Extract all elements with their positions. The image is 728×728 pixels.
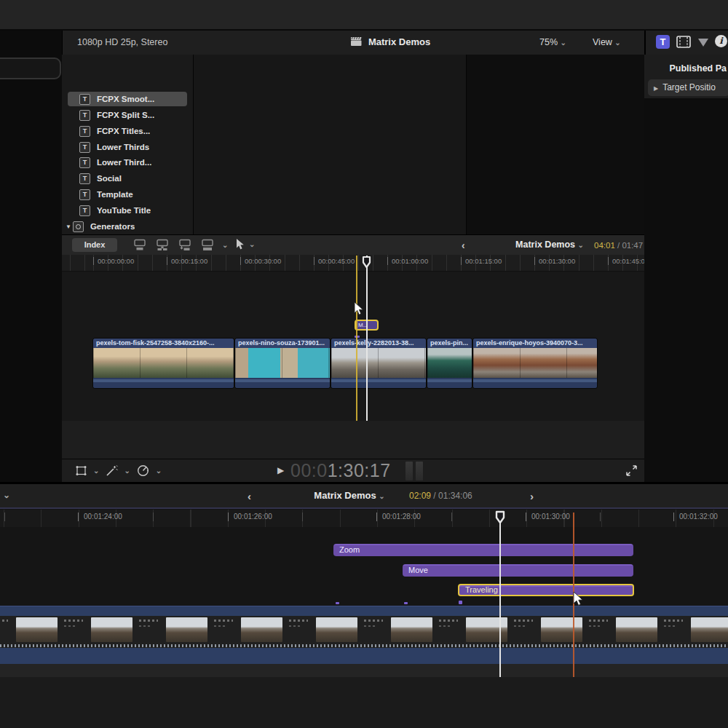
effects-browser-icon[interactable]	[698, 39, 708, 47]
chevron-down-icon[interactable]: ⌄	[222, 241, 228, 249]
view-dropdown[interactable]: View ⌄	[593, 37, 621, 47]
ruler-label: 00:01:45:00	[608, 257, 644, 265]
target-position-row[interactable]: ▶Target Positio	[648, 79, 728, 96]
sidebar-item-lower-thirds[interactable]: T Lower Thirds	[68, 140, 187, 154]
film-frame-cell	[434, 616, 509, 644]
skimmer-line	[356, 256, 357, 421]
audio-meter-left[interactable]	[405, 462, 413, 480]
timeline-clip-2[interactable]: pexels-nino-souza-173901...	[235, 339, 330, 388]
playhead-line[interactable]	[366, 256, 368, 421]
inspector-toolbar: T i	[644, 31, 728, 55]
zoom-level-dropdown[interactable]: 75% ⌄	[539, 37, 566, 47]
ruler-label: 00:01:24:00	[78, 513, 122, 521]
filmstrip-audio-area[interactable]	[0, 648, 728, 664]
edit-buttons: ⌄	[132, 239, 228, 251]
timeline-lower-area	[62, 421, 644, 459]
title-bar-zoom[interactable]: Zoom	[333, 544, 633, 556]
disclosure-triangle-icon[interactable]: ▶	[654, 85, 658, 92]
timeline-clip-3[interactable]: pexels-kelly-2282013-38...	[331, 339, 426, 388]
filmstrip-clip-top[interactable]	[0, 606, 728, 617]
title-icon: T	[79, 126, 90, 137]
media-browser-icon[interactable]	[676, 36, 691, 48]
chevron-down-icon: ⌄	[249, 240, 255, 248]
title-icon: T	[79, 142, 90, 153]
insert-edit-icon[interactable]	[154, 239, 170, 251]
ruler-label: 00:01:32:00	[673, 513, 718, 521]
titles-sidebar: T FCPX Smoot... T FCPX Split S... T FCPX…	[62, 55, 194, 234]
retime-icon[interactable]	[136, 464, 150, 477]
timeline-ruler[interactable]: 00:00:00:00 00:00:15:00 00:00:30:00 00:0…	[62, 255, 644, 272]
play-button[interactable]: ▶	[277, 465, 284, 475]
audio-meter-right[interactable]	[416, 462, 423, 480]
fcpx-screenshot: 1080p HD 25p, Stereo Matrix Demos 75% ⌄ …	[0, 0, 728, 728]
timeline-project-name[interactable]: Matrix Demos ⌄	[502, 240, 597, 250]
tool-selector[interactable]: ⌄	[235, 238, 255, 250]
bottom-timeline-header: ⌄ ‹ Matrix Demos ⌄ 02:09 / 01:34:06 ›	[0, 484, 728, 509]
clapperboard-icon	[350, 36, 363, 47]
sidebar-item-template[interactable]: T Template	[68, 187, 187, 202]
chevron-down-icon[interactable]: ⌄	[124, 467, 130, 475]
history-back-button[interactable]: ‹	[248, 490, 251, 502]
overwrite-edit-icon[interactable]	[199, 239, 215, 251]
title-icon: T	[79, 189, 90, 200]
bottom-timecode: 02:09 / 01:34:06	[409, 491, 472, 501]
transport-bar: ⌄ ⌄ ⌄ ▶ 00:01:30:17	[62, 459, 644, 483]
chevron-down-icon[interactable]: ⌄	[156, 467, 162, 475]
transform-icon[interactable]	[75, 465, 87, 476]
ruler-label: 00:01:30:00	[534, 257, 575, 265]
ruler-label: 00:00:15:00	[167, 257, 207, 265]
inspector-empty-area	[644, 98, 728, 482]
mouse-cursor	[353, 301, 364, 317]
sidebar-item-generators[interactable]: ▼ Generators	[63, 219, 183, 234]
disclosure-down-icon[interactable]: ▼	[66, 223, 71, 230]
filmstrip-frames[interactable]	[0, 616, 728, 644]
chevron-down-icon: ⌄	[561, 39, 566, 47]
timeline-history-back[interactable]: ‹	[462, 240, 465, 251]
sidebar-item-social[interactable]: T Social	[68, 171, 187, 186]
ruler-label: 00:00:00:00	[93, 257, 134, 265]
ruler-label: 00:01:15:00	[461, 257, 502, 265]
sidebar-item-youtube-title[interactable]: T YouTube Title	[68, 203, 187, 218]
title-icon: T	[79, 205, 90, 216]
transport-tools: ⌄ ⌄ ⌄	[75, 464, 162, 477]
sidebar-item-fcpx-split[interactable]: T FCPX Split S...	[68, 108, 187, 122]
chevron-down-icon[interactable]: ⌄	[3, 490, 10, 500]
film-frame-cell	[359, 616, 434, 644]
header-separator	[0, 507, 728, 509]
arrow-tool-icon	[235, 238, 245, 250]
project-title-center[interactable]: Matrix Demos	[303, 36, 478, 47]
chevron-down-icon: ⌄	[379, 492, 384, 500]
title-bar-move[interactable]: Move	[403, 564, 633, 577]
title-icon: T	[79, 94, 90, 105]
sidebar-item-fcpx-titles[interactable]: T FCPX Titles...	[68, 124, 187, 138]
expand-timeline-icon[interactable]	[625, 464, 638, 478]
append-edit-icon[interactable]	[177, 239, 193, 251]
bottom-timeline-ruler[interactable]: 00:01:24:00 00:01:26:00 00:01:28:00 00:0…	[0, 510, 728, 527]
index-button[interactable]: Index	[72, 238, 117, 252]
film-frame-cell	[659, 616, 728, 644]
title-bar-traveling-selected[interactable]: Traveling	[458, 584, 634, 596]
partial-search-field[interactable]	[0, 58, 61, 79]
film-frame-cell	[59, 616, 134, 644]
bottom-project-name[interactable]: Matrix Demos ⌄	[298, 490, 400, 501]
sidebar-item-fcpx-smooth[interactable]: T FCPX Smoot...	[68, 92, 187, 106]
browser-area: T FCPX Smoot... T FCPX Split S... T FCPX…	[62, 55, 644, 234]
ruler-label: 00:00:30:00	[240, 257, 281, 265]
chevron-down-icon[interactable]: ⌄	[93, 467, 99, 475]
enhancements-wand-icon[interactable]	[105, 464, 118, 477]
film-frame-cell	[284, 616, 359, 644]
sidebar-item-lower-third2[interactable]: T Lower Third...	[68, 155, 187, 170]
info-inspector-icon[interactable]: i	[715, 35, 727, 47]
playhead-handle[interactable]	[362, 256, 371, 269]
timeline-clip-1[interactable]: pexels-tom-fisk-2547258-3840x2160-...	[93, 339, 234, 388]
playhead-line[interactable]	[499, 521, 501, 677]
film-frame-cell	[134, 616, 209, 644]
timeline-clip-4[interactable]: pexels-pin...	[427, 339, 472, 388]
timeline-clip-5[interactable]: pexels-enrique-hoyos-3940070-3...	[473, 339, 597, 388]
title-icon: T	[79, 173, 90, 184]
playhead-handle[interactable]	[495, 510, 505, 524]
connect-edit-icon[interactable]	[132, 239, 148, 251]
titles-browser-button[interactable]: T	[656, 35, 670, 49]
history-forward-button[interactable]: ›	[530, 490, 534, 502]
left-background-strip	[0, 31, 62, 482]
